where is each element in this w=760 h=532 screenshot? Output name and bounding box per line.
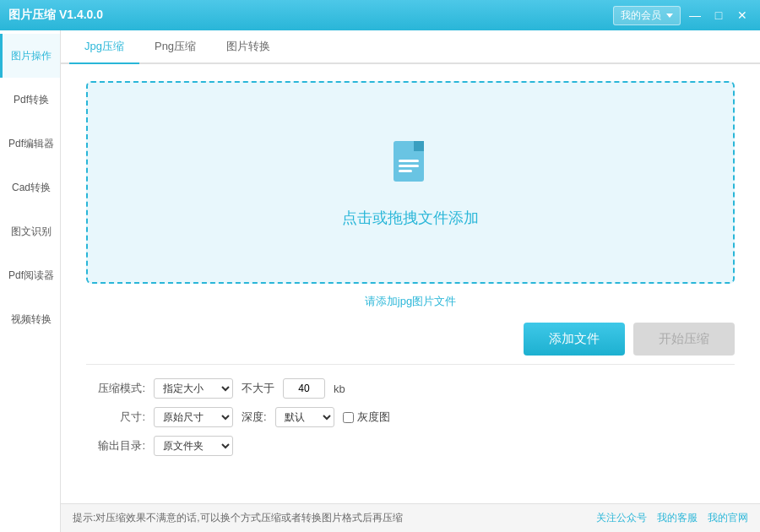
app-title: 图片压缩 V1.4.0.0 <box>8 8 103 23</box>
tab-jpg[interactable]: Jpg压缩 <box>69 30 139 64</box>
compression-mode-select[interactable]: 指定大小 <box>154 378 233 399</box>
start-compress-button: 开始压缩 <box>633 323 735 356</box>
document-icon <box>383 138 437 194</box>
output-dir-label: 输出目录: <box>95 438 145 453</box>
grayscale-group: 灰度图 <box>343 410 390 425</box>
main-area: 点击或拖拽文件添加 请添加jpg图片文件 添加文件 开始压缩 压缩模式: 指定大… <box>61 64 760 503</box>
member-button[interactable]: 我的会员 <box>613 6 681 25</box>
svg-rect-4 <box>399 170 412 172</box>
status-links: 关注公众号 我的客服 我的官网 <box>596 511 748 525</box>
drop-text: 点击或拖拽文件添加 <box>342 208 479 228</box>
maximize-button[interactable]: □ <box>709 6 728 24</box>
no-larger-than-label: 不大于 <box>242 381 274 396</box>
svg-rect-2 <box>399 160 419 162</box>
website-link[interactable]: 我的官网 <box>708 511 748 525</box>
grayscale-label: 灰度图 <box>357 410 390 425</box>
sidebar: 图片操作 Pdf转换 Pdf编辑器 Cad转换 图文识别 Pdf阅读器 视频转换 <box>0 30 61 532</box>
service-link[interactable]: 我的客服 <box>657 511 698 525</box>
compression-mode-label: 压缩模式: <box>95 381 145 396</box>
tab-png[interactable]: Png压缩 <box>139 30 211 64</box>
svg-rect-1 <box>414 141 424 151</box>
size-depth-row: 尺寸: 原始尺寸 深度: 默认 灰度图 <box>95 407 726 427</box>
sidebar-item-pdf-convert[interactable]: Pdf转换 <box>0 78 60 122</box>
sidebar-item-video-convert[interactable]: 视频转换 <box>0 297 60 341</box>
drop-zone[interactable]: 点击或拖拽文件添加 <box>86 81 735 284</box>
compression-mode-row: 压缩模式: 指定大小 不大于 kb <box>95 378 726 399</box>
content-area: Jpg压缩 Png压缩 图片转换 <box>61 30 760 532</box>
grayscale-checkbox[interactable] <box>343 412 354 423</box>
size-select[interactable]: 原始尺寸 <box>154 407 233 427</box>
sidebar-item-pdf-reader[interactable]: Pdf阅读器 <box>0 253 60 297</box>
svg-rect-3 <box>399 165 419 167</box>
title-bar-controls: 我的会员 — □ ✕ <box>613 6 752 25</box>
action-row: 添加文件 开始压缩 <box>86 323 735 365</box>
sidebar-item-ocr[interactable]: 图文识别 <box>0 209 60 253</box>
size-unit-label: kb <box>334 383 345 395</box>
title-bar: 图片压缩 V1.4.0.0 我的会员 — □ ✕ <box>0 0 760 30</box>
options-area: 压缩模式: 指定大小 不大于 kb 尺寸: 原始尺寸 深度: <box>86 378 735 456</box>
add-file-button[interactable]: 添加文件 <box>524 323 625 356</box>
app-body: 图片操作 Pdf转换 Pdf编辑器 Cad转换 图文识别 Pdf阅读器 视频转换… <box>0 30 760 532</box>
output-dir-row: 输出目录: 原文件夹 <box>95 436 726 456</box>
minimize-button[interactable]: — <box>686 6 704 24</box>
sidebar-item-pdf-editor[interactable]: Pdf编辑器 <box>0 122 60 166</box>
depth-select[interactable]: 默认 <box>275 407 334 427</box>
close-button[interactable]: ✕ <box>733 6 752 24</box>
status-hint: 提示:对压缩效果不满意的话,可以换个方式压缩或者转换图片格式后再压缩 <box>73 511 403 525</box>
file-hint: 请添加jpg图片文件 <box>86 294 735 309</box>
tab-convert[interactable]: 图片转换 <box>211 30 285 64</box>
follow-link[interactable]: 关注公众号 <box>596 511 647 525</box>
sidebar-item-cad-convert[interactable]: Cad转换 <box>0 166 60 209</box>
member-chevron-icon <box>666 14 673 18</box>
status-bar: 提示:对压缩效果不满意的话,可以换个方式压缩或者转换图片格式后再压缩 关注公众号… <box>61 503 760 532</box>
sidebar-item-image-ops[interactable]: 图片操作 <box>0 34 60 78</box>
tab-bar: Jpg压缩 Png压缩 图片转换 <box>61 30 760 64</box>
output-dir-select[interactable]: 原文件夹 <box>154 436 233 456</box>
size-input[interactable] <box>283 378 325 399</box>
depth-label: 深度: <box>242 410 267 425</box>
size-label: 尺寸: <box>95 410 145 425</box>
